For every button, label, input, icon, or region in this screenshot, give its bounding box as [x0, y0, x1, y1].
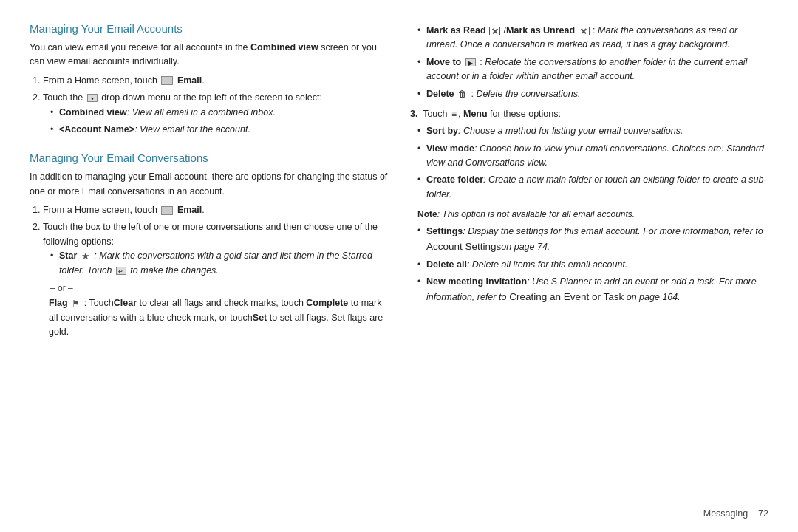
section-conversations-intro: In addition to managing your Email accou… — [30, 170, 388, 199]
or-divider: – or – — [50, 282, 388, 296]
flag-text: Flag ⚑ : TouchClear to clear all flags a… — [49, 296, 388, 339]
mark-read-icon — [489, 27, 500, 35]
move-icon: ▶ — [466, 58, 476, 66]
bullet-mark-read: Mark as Read /Mark as Unread : Mark the … — [417, 24, 768, 52]
apply-icon: ↵ — [116, 267, 126, 275]
accounts-step-1: From a Home screen, touch Email. — [43, 74, 388, 88]
bullet-delete: Delete 🗑 : Delete the conversations. — [417, 87, 768, 101]
star-icon: ★ — [81, 249, 90, 264]
mark-unread-icon — [579, 27, 590, 35]
right-top-bullets: Mark as Read /Mark as Unread : Mark the … — [417, 24, 768, 104]
conversations-step-2: Touch the box to the left of one or more… — [43, 220, 388, 339]
step-3-text: 3. Touch ≡, Menu for these options: — [410, 107, 768, 121]
conversations-steps: From a Home screen, touch Email. Touch t… — [43, 203, 388, 339]
section-accounts-intro: You can view email you receive for all a… — [30, 41, 388, 69]
dropdown-icon: ▾ — [87, 94, 98, 102]
footer-label: Messaging — [703, 508, 748, 519]
right-column: Mark as Read /Mark as Unread : Mark the … — [410, 22, 768, 510]
bullet-new-meeting: New meeting invitation: Use S Planner to… — [417, 275, 768, 304]
email-icon-2 — [161, 206, 173, 215]
email-icon-1 — [161, 76, 173, 85]
flag-icon: ⚑ — [72, 297, 80, 311]
combined-view-bold: Combined view — [250, 42, 318, 52]
note-text: Note: This option is not available for a… — [417, 208, 768, 221]
step3-bullet-list: Sort by: Choose a method for listing you… — [417, 124, 768, 205]
email-bold-1: Email — [177, 75, 202, 86]
accounts-bullet-account: <Account Name>: View email for the accou… — [50, 123, 388, 137]
section-conversations-title: Managing Your Email Conversations — [30, 151, 388, 164]
bullet-move-to: Move to ▶ : Relocate the conversations t… — [417, 55, 768, 84]
accounts-bullet-combined: Combined view: View all email in a combi… — [50, 106, 388, 120]
bullet-sort-by: Sort by: Choose a method for listing you… — [417, 124, 768, 138]
email-bold-2: Email — [177, 205, 202, 215]
bullet-create-folder: Create folder: Create a new main folder … — [417, 173, 768, 202]
bullet-settings: Settings: Display the settings for this … — [417, 224, 768, 255]
conversations-bullet-list: Star ★ : Mark the conversations with a g… — [50, 249, 388, 279]
conversations-step-1: From a Home screen, touch Email. — [43, 203, 388, 217]
page-footer: Messaging 72 — [703, 508, 768, 519]
accounts-step-2: Touch the ▾ drop-down menu at the top le… — [43, 91, 388, 137]
page: Managing Your Email Accounts You can vie… — [0, 0, 798, 532]
more-bullets: Settings: Display the settings for this … — [417, 224, 768, 308]
accounts-steps: From a Home screen, touch Email. Touch t… — [43, 74, 388, 137]
left-column: Managing Your Email Accounts You can vie… — [30, 22, 388, 510]
bullet-view-mode: View mode: Choose how to view your email… — [417, 142, 768, 171]
menu-icon: ≡ — [451, 107, 457, 121]
bullet-star: Star ★ : Mark the conversations with a g… — [50, 249, 388, 279]
section-accounts: Managing Your Email Accounts You can vie… — [30, 22, 388, 141]
section-conversations: Managing Your Email Conversations In add… — [30, 151, 388, 344]
trash-icon: 🗑 — [458, 87, 467, 101]
accounts-bullet-list: Combined view: View all email in a combi… — [50, 106, 388, 137]
footer-page: 72 — [758, 508, 768, 519]
section-accounts-title: Managing Your Email Accounts — [30, 22, 388, 35]
bullet-delete-all: Delete all: Delete all items for this em… — [417, 258, 768, 272]
